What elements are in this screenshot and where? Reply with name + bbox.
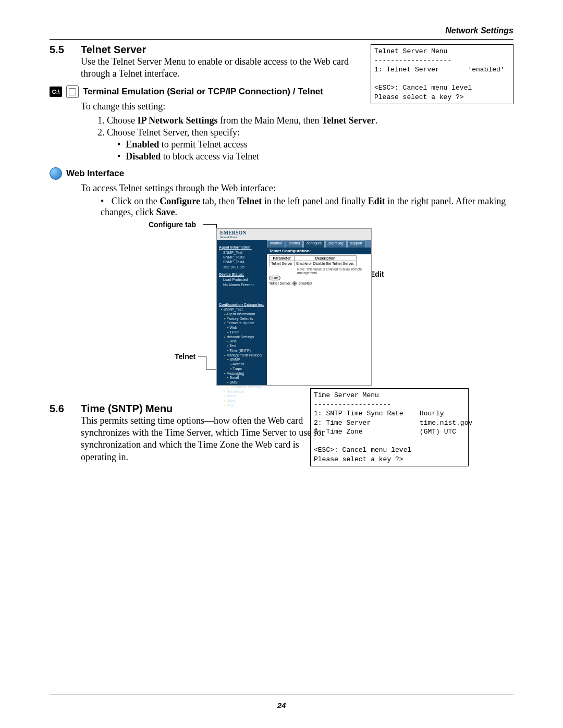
- figure-telnet-config: Configure tab Edit Telnet EMERSON Networ…: [81, 220, 513, 387]
- sidebar-tree-item[interactable]: ▪ Test: [219, 344, 265, 349]
- rule-bottom: [50, 695, 513, 695]
- leader-line: [203, 224, 216, 225]
- subhead-terminal-title: Terminal Emulation (Serial or TCP/IP Con…: [83, 87, 323, 97]
- sidebar-agent-item: SNMP_Test3: [219, 255, 265, 260]
- sidebar-tree-item[interactable]: ▪ Web: [219, 403, 265, 408]
- callout-edit: Edit: [370, 270, 384, 278]
- terminal-box-time: Time Server Menu ------------------- 1: …: [310, 388, 469, 466]
- section-number: 5.6: [50, 403, 73, 415]
- sidebar-tree-item[interactable]: ▪ Access: [219, 362, 265, 367]
- section-5-5-body: Use the Telnet Server Menu to enable or …: [81, 56, 362, 80]
- serial-icon: [66, 85, 79, 98]
- ui-main-panel: monitorcontrolconfigureevent logsupport …: [267, 240, 371, 385]
- sidebar-tree-item[interactable]: ▪ Customize Message: [219, 385, 265, 390]
- sidebar-tree-item[interactable]: ▪ Users: [219, 399, 265, 403]
- subhead-web-title: Web Interface: [66, 168, 124, 179]
- sidebar-device-item: No Alarms Present: [219, 282, 265, 287]
- sidebar-tree-item[interactable]: ▪ DNS: [219, 339, 265, 344]
- web-bullets: Click on the Configure tab, then Telnet …: [90, 196, 513, 218]
- radio-icon[interactable]: [292, 281, 297, 286]
- sidebar-config-header: Configuration Categories:: [219, 303, 265, 306]
- tab-monitor[interactable]: monitor: [267, 240, 285, 248]
- leader-line: [216, 224, 217, 228]
- leader-line: [206, 356, 206, 369]
- sidebar-tree-item[interactable]: ▪ Telnet: [219, 394, 265, 399]
- sidebar-device-header: Device Status:: [219, 273, 265, 276]
- sidebar-tree-item[interactable]: ▪ Firmware Update: [219, 321, 265, 326]
- ui-config-table: ParameterDescription Telnet ServerEnable…: [269, 255, 357, 266]
- step-2: Choose Telnet Server, then specify: Enab…: [107, 127, 513, 162]
- ui-sidebar: Agent Information: SNMP_TestSNMP_Test3SN…: [217, 240, 267, 385]
- th-description: Description: [295, 255, 357, 261]
- sidebar-tree-item[interactable]: ▪ Factory Defaults: [219, 317, 265, 322]
- subhead-web-interface: Web Interface: [50, 167, 513, 180]
- ui-status-row: Telnet Server: enabled: [267, 281, 371, 286]
- sidebar-tree-item[interactable]: ▪ Messaging: [219, 372, 265, 376]
- sidebar-tree-item[interactable]: ▪ Agent Information: [219, 312, 265, 317]
- ui-tabs: monitorcontrolconfigureevent logsupport: [267, 240, 371, 248]
- logo-subtitle: Network Power: [220, 236, 247, 239]
- tab-support[interactable]: support: [347, 240, 365, 248]
- sidebar-tree-item[interactable]: ▪ Time (SNTP): [219, 349, 265, 353]
- section-title: Time (SNTP) Menu: [81, 403, 173, 415]
- sidebar-tree-item[interactable]: ▪ SNMP_Test: [219, 307, 265, 312]
- edit-button[interactable]: Edit: [269, 276, 280, 280]
- ui-note: Note: This value is enabled to allow rem…: [267, 267, 371, 275]
- callout-configure-tab: Configure tab: [149, 220, 196, 229]
- sidebar-agent-item: SNMP_Test4: [219, 260, 265, 264]
- leader-line: [198, 356, 206, 356]
- bullet-disabled: Disabled to block access via Telnet: [117, 151, 513, 162]
- terminal-icon: C:\: [50, 87, 62, 97]
- tab-configure[interactable]: configure: [303, 240, 325, 248]
- screenshot-ui: EMERSON Network Power Agent Information:…: [216, 228, 372, 386]
- terminal-box-telnet: Telnet Server Menu ------------------- 1…: [371, 44, 513, 104]
- tab-event-log[interactable]: event log: [325, 240, 346, 248]
- sidebar-tree-item[interactable]: ▪ SNMP: [219, 357, 265, 362]
- callout-telnet: Telnet: [175, 352, 195, 361]
- section-number: 5.5: [50, 44, 73, 56]
- page-number: 24: [0, 701, 563, 710]
- sidebar-agent-item: SNMP_Test: [219, 250, 265, 255]
- td-desc: Enable or Disable the Telnet Server.: [295, 261, 357, 266]
- sidebar-agent-header: Agent Information:: [219, 245, 265, 249]
- rule-top: [50, 39, 513, 40]
- section-5-6-body: This permits setting time options—how of…: [81, 415, 326, 464]
- ui-header-bar: EMERSON Network Power: [217, 229, 371, 240]
- logo: EMERSON: [220, 230, 247, 236]
- sidebar-tree-item[interactable]: ▪ Web: [219, 326, 265, 330]
- globe-icon: [50, 167, 62, 180]
- web-bullet-1: Click on the Configure tab, then Telnet …: [101, 196, 513, 218]
- sidebar-tree-item[interactable]: ▪ Network Settings: [219, 335, 265, 340]
- sidebar-tree-item[interactable]: ▪ Management Protocol: [219, 353, 265, 358]
- sidebar-tree-item[interactable]: ▪ Email: [219, 376, 265, 380]
- th-parameter: Parameter: [270, 255, 295, 261]
- terminal-steps: Choose IP Network Settings from the Main…: [94, 115, 513, 162]
- sidebar-tree-item[interactable]: ▪ TFTP: [219, 330, 265, 335]
- sidebar-tree-item[interactable]: ▪ Traps: [219, 367, 265, 372]
- page: Network Settings 5.5 Telnet Server Use t…: [0, 0, 563, 728]
- section-title: Telnet Server: [81, 44, 146, 56]
- sidebar-tree-item[interactable]: ▪ Reinitialize: [219, 390, 265, 394]
- td-param: Telnet Server: [270, 261, 295, 266]
- web-intro: To access Telnet settings through the We…: [81, 182, 513, 194]
- sidebar-device-item: Load Protected: [219, 277, 265, 282]
- step-1: Choose IP Network Settings from the Main…: [107, 115, 513, 126]
- running-header: Network Settings: [445, 26, 513, 35]
- bullet-enabled: Enabled to permit Telnet access: [117, 139, 513, 150]
- sidebar-tree-item[interactable]: ▪ SMS: [219, 380, 265, 385]
- ui-banner: Telnet Configuration:: [267, 248, 371, 254]
- sidebar-agent-item: 192.168.0.25: [219, 265, 265, 269]
- tab-control[interactable]: control: [286, 240, 303, 248]
